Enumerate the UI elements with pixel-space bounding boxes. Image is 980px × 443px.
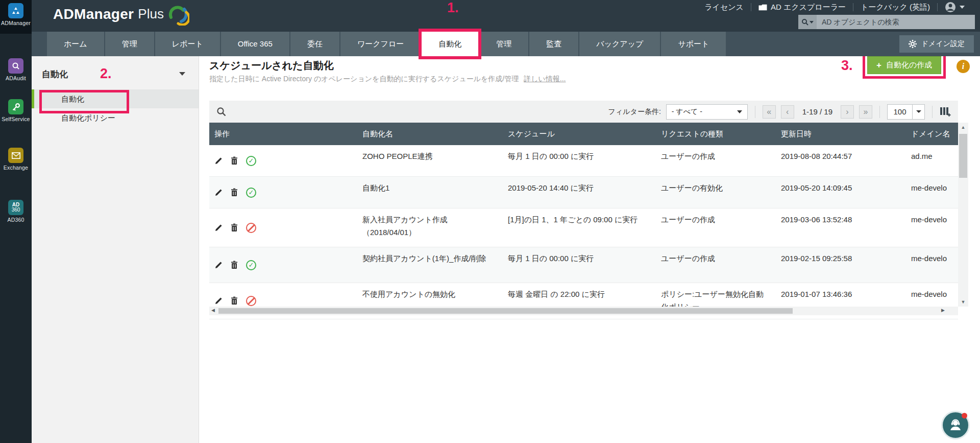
headset-person-icon xyxy=(948,417,963,433)
nav-tabs: ホーム管理レポートOffice 365委任ワークフロー自動化管理監査バックアップ… xyxy=(47,32,727,56)
sidebar-item-label: 自動化 xyxy=(61,95,84,103)
edit-pencil-icon[interactable] xyxy=(214,224,223,232)
license-link[interactable]: ライセンス xyxy=(697,3,751,12)
talkback-link[interactable]: トークバック (英語) xyxy=(853,3,937,12)
request-type-cell: ユーザーの作成 xyxy=(656,208,776,247)
scroll-down-icon[interactable]: ▼ xyxy=(958,299,968,305)
status-enabled-icon[interactable]: ✓ xyxy=(246,188,256,198)
support-chat-button[interactable] xyxy=(941,411,970,439)
prev-page-button[interactable]: ‹ xyxy=(781,105,794,119)
delete-trash-icon[interactable] xyxy=(231,188,238,197)
user-menu[interactable] xyxy=(938,2,972,13)
delete-trash-icon[interactable] xyxy=(231,261,238,269)
edit-pencil-icon[interactable] xyxy=(214,189,223,197)
status-enabled-icon[interactable]: ✓ xyxy=(246,156,256,166)
nav-tab-10[interactable]: サポート xyxy=(661,32,726,56)
scrollbar-thumb[interactable] xyxy=(218,308,793,314)
status-disabled-icon[interactable] xyxy=(246,223,256,233)
actions-cell xyxy=(209,208,357,247)
schedule-cell: 毎月 1 日の 00:00 に実行 xyxy=(503,145,656,176)
column-header-1[interactable]: 自動化名 xyxy=(357,123,503,145)
status-disabled-icon[interactable] xyxy=(246,296,256,306)
name-cell: 自動化1 xyxy=(357,177,503,208)
scroll-up-icon[interactable]: ▲ xyxy=(958,125,968,130)
rail-item-exchange[interactable]: Exchange xyxy=(0,145,32,171)
info-icon[interactable]: i xyxy=(957,60,970,73)
chevron-down-icon xyxy=(810,21,814,24)
rail-item-adaudit[interactable]: ADAudit xyxy=(0,55,32,81)
ad-explorer-label: AD エクスプローラー xyxy=(771,3,846,12)
nav-tab-6-active[interactable]: 自動化 xyxy=(422,32,478,56)
nav-tab-1[interactable]: 管理 xyxy=(105,32,154,56)
scroll-left-icon[interactable]: ◀ xyxy=(211,308,215,313)
nav-tab-3[interactable]: Office 365 xyxy=(221,32,289,56)
table-row: 新入社員アカウント作成（2018/04/01）[1月]の日 1、1 年ごとの 0… xyxy=(209,208,958,247)
delete-trash-icon[interactable] xyxy=(231,223,238,232)
ad-explorer-link[interactable]: AD エクスプローラー xyxy=(751,3,853,12)
divider xyxy=(755,106,755,118)
nav-tab-4[interactable]: 委任 xyxy=(290,32,339,56)
search-scope-button[interactable] xyxy=(798,15,817,29)
add-column-icon[interactable] xyxy=(940,107,951,117)
horizontal-scrollbar[interactable]: ◀ ▶ xyxy=(209,307,958,315)
filter-select[interactable]: - すべて - xyxy=(666,104,748,120)
rail-item-ad360[interactable]: AD 360 AD360 xyxy=(0,197,32,223)
side-panel-header[interactable]: 自動化 xyxy=(32,56,199,89)
column-header-5[interactable]: ドメイン名 xyxy=(906,123,958,145)
edit-pencil-icon[interactable] xyxy=(214,261,223,269)
edit-pencil-icon[interactable] xyxy=(214,297,223,305)
search-input[interactable] xyxy=(817,15,975,29)
toolbar-right-cluster: フィルター条件: - すべて - « ‹ 1-19 / 19 › » 100 xyxy=(608,104,951,120)
column-header-0[interactable]: 操作 xyxy=(209,123,357,145)
domain-settings-button[interactable]: ドメイン設定 xyxy=(899,35,974,53)
license-label: ライセンス xyxy=(704,3,744,12)
learn-more-link[interactable]: 詳しい情報... xyxy=(524,75,566,83)
search-icon xyxy=(801,18,808,26)
vertical-scrollbar[interactable]: ▲ ▼ xyxy=(958,123,968,307)
column-header-2[interactable]: スケジュール xyxy=(503,123,656,145)
scrollbar-thumb[interactable] xyxy=(959,134,967,178)
annotation-step-2: 2. xyxy=(100,66,112,82)
nav-tab-0[interactable]: ホーム xyxy=(47,32,104,56)
rail-label: SelfService xyxy=(0,116,32,122)
plus-icon: + xyxy=(876,60,881,71)
delete-trash-icon[interactable] xyxy=(231,296,238,305)
nav-tab-2[interactable]: レポート xyxy=(155,32,220,56)
ad-object-search xyxy=(798,15,975,29)
last-page-button[interactable]: » xyxy=(859,105,872,119)
rail-item-admanager[interactable]: ADManager xyxy=(0,0,32,34)
schedule-cell: 2019-05-20 14:40 に実行 xyxy=(503,177,656,208)
adaudit-search-icon xyxy=(8,58,23,74)
rail-item-selfservice[interactable]: SelfService xyxy=(0,96,32,122)
delete-trash-icon[interactable] xyxy=(231,156,238,165)
admanager-plus-window: ADManager ADAudit SelfService Exchange A… xyxy=(0,0,980,443)
sidebar-item-automation-policy[interactable]: 自動化ポリシー xyxy=(32,108,199,127)
divider xyxy=(932,106,933,118)
chevron-down-icon xyxy=(912,105,924,119)
nav-tab-8[interactable]: 監査 xyxy=(529,32,578,56)
first-page-button[interactable]: « xyxy=(763,105,776,119)
status-enabled-icon[interactable]: ✓ xyxy=(246,260,256,270)
scroll-right-icon[interactable]: ▶ xyxy=(941,308,945,313)
top-links: ライセンス AD エクスプローラー トークバック (英語) xyxy=(697,0,972,14)
top-bar: ADManager Plus ライセンス AD エクスプローラー トークバック … xyxy=(32,0,980,32)
updated-cell: 2019-05-20 14:09:45 xyxy=(776,177,906,208)
nav-tab-5[interactable]: ワークフロー xyxy=(340,32,421,56)
admanager-icon xyxy=(8,3,23,18)
column-header-3[interactable]: リクエストの種類 xyxy=(656,123,776,145)
logo-text: ADManager xyxy=(53,6,134,22)
sidebar-item-automation[interactable]: 自動化 xyxy=(32,89,199,108)
create-automation-button[interactable]: + 自動化の作成 xyxy=(867,56,941,74)
ad360-badge-bottom: 360 xyxy=(12,207,20,213)
page-subtitle-text: 指定した日時に Active Directory のオペレーションを自動的に実行… xyxy=(209,75,519,83)
column-header-4[interactable]: 更新日時 xyxy=(776,123,906,145)
next-page-button[interactable]: › xyxy=(841,105,854,119)
domain-cell: ad.me xyxy=(906,145,958,176)
search-icon[interactable] xyxy=(216,107,226,116)
page-size-select[interactable]: 100 xyxy=(887,104,925,120)
nav-tab-9[interactable]: バックアップ xyxy=(579,32,660,56)
edit-pencil-icon[interactable] xyxy=(214,157,223,165)
nav-tab-7[interactable]: 管理 xyxy=(479,32,528,56)
exchange-mail-icon xyxy=(8,148,23,163)
table-toolbar: フィルター条件: - すべて - « ‹ 1-19 / 19 › » 100 xyxy=(209,101,958,123)
